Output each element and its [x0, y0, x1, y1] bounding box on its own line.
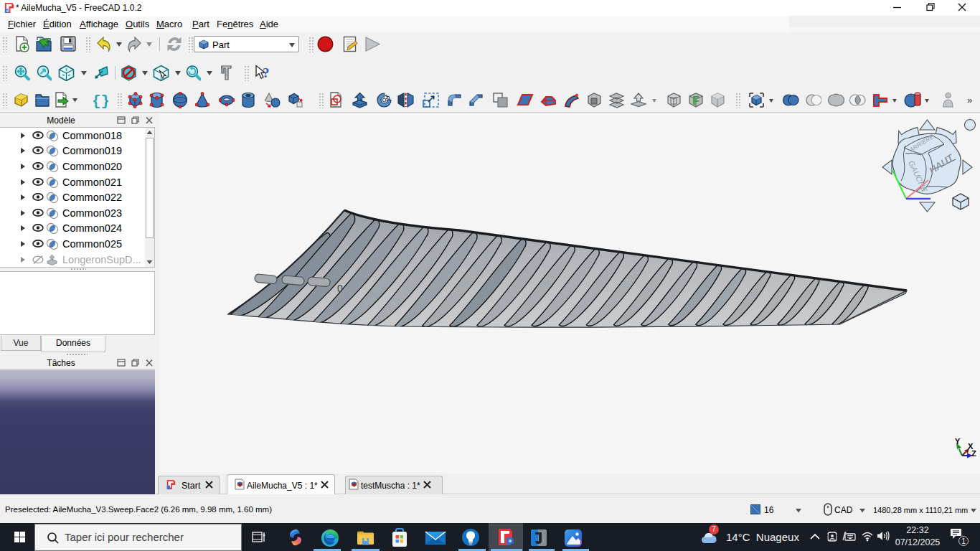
svg-text:{}: {} — [92, 93, 108, 108]
svg-text:?: ? — [263, 65, 270, 80]
svg-text:F: F — [692, 95, 699, 107]
